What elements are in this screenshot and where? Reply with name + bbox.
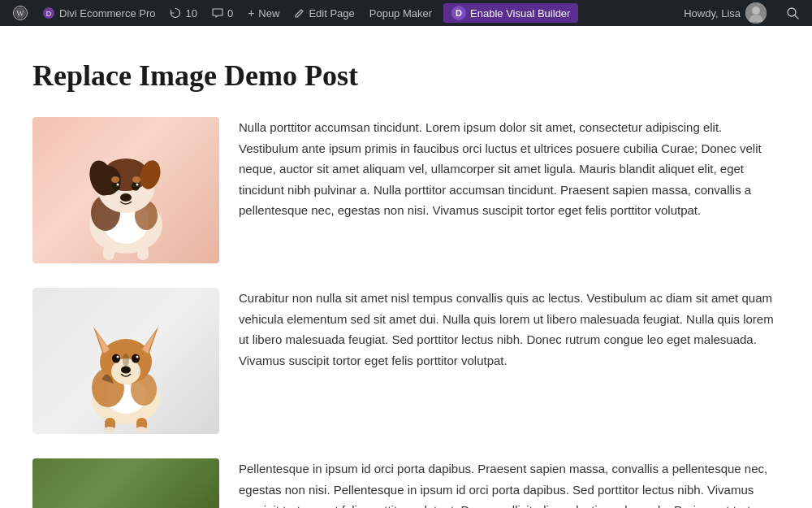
edit-icon — [294, 8, 304, 19]
svg-rect-22 — [103, 245, 114, 260]
enable-vb-label: Enable Visual Builder — [470, 7, 570, 20]
post-section-1: Nulla porttitor accumsan tincidunt. Lore… — [32, 117, 780, 263]
svg-point-35 — [136, 355, 139, 358]
dog-placeholder-2 — [32, 288, 219, 434]
comments-icon — [212, 7, 223, 19]
wp-logo-button[interactable]: W — [6, 0, 34, 26]
divi-site-icon: D — [42, 7, 55, 20]
post-image-3 — [32, 458, 219, 508]
search-button[interactable] — [780, 0, 806, 26]
edit-page-button[interactable]: Edit Page — [287, 0, 361, 26]
svg-text:D: D — [46, 10, 52, 18]
site-name-label: Divi Ecommerce Pro — [59, 7, 155, 20]
svg-point-34 — [117, 355, 119, 358]
new-label: New — [258, 7, 279, 20]
enable-visual-builder-button[interactable]: D Enable Visual Builder — [443, 3, 578, 23]
dog-placeholder-1 — [32, 117, 219, 263]
comments-button[interactable]: 0 — [205, 0, 240, 26]
user-avatar — [745, 2, 767, 24]
post-image-2 — [32, 288, 219, 434]
svg-point-5 — [752, 7, 760, 15]
new-plus-icon: + — [248, 7, 254, 20]
wp-logo-icon: W — [13, 6, 28, 20]
post-text-3: Pellentesque in ipsum id orci porta dapi… — [239, 458, 780, 508]
post-paragraph-3-1: Pellentesque in ipsum id orci porta dapi… — [239, 458, 780, 508]
post-paragraph-2-1: Curabitur non nulla sit amet nisl tempus… — [239, 288, 780, 371]
revisions-count: 10 — [185, 7, 197, 20]
svg-rect-23 — [137, 245, 149, 260]
popup-maker-label: Popup Maker — [369, 7, 432, 20]
site-name-button[interactable]: D Divi Ecommerce Pro — [36, 0, 162, 26]
svg-point-19 — [117, 183, 119, 185]
divi-d-icon: D — [451, 6, 466, 20]
post-image-1 — [32, 117, 219, 263]
svg-point-20 — [136, 183, 139, 185]
dog-placeholder-3 — [32, 458, 219, 508]
page-content: Replace Image Demo Post — [16, 26, 796, 508]
post-section-2: Curabitur non nulla sit amet nisl tempus… — [32, 288, 780, 434]
comments-count: 0 — [227, 7, 233, 20]
revisions-icon — [170, 7, 181, 19]
post-paragraph-1-1: Nulla porttitor accumsan tincidunt. Lore… — [239, 117, 780, 221]
svg-point-37 — [123, 354, 129, 367]
dog-2-svg — [45, 290, 207, 432]
edit-page-label: Edit Page — [309, 7, 354, 20]
admin-bar: W D Divi Ecommerce Pro 10 0 — [0, 0, 812, 26]
svg-point-32 — [112, 354, 120, 363]
svg-point-33 — [132, 354, 140, 363]
user-menu-button[interactable]: Howdy, Lisa — [677, 0, 773, 26]
svg-point-24 — [111, 176, 119, 183]
svg-line-7 — [795, 15, 798, 19]
svg-point-6 — [788, 8, 796, 16]
dog-1-svg — [45, 119, 207, 262]
svg-point-36 — [121, 366, 131, 373]
dog-3-svg — [45, 461, 207, 509]
svg-point-25 — [132, 176, 140, 183]
page-title: Replace Image Demo Post — [32, 59, 780, 93]
svg-point-17 — [112, 181, 120, 190]
svg-point-21 — [120, 193, 132, 202]
post-text-1: Nulla porttitor accumsan tincidunt. Lore… — [239, 117, 780, 221]
svg-text:W: W — [16, 9, 24, 18]
revisions-button[interactable]: 10 — [163, 0, 203, 26]
search-icon — [786, 7, 799, 20]
svg-point-18 — [132, 181, 140, 190]
post-section-3: Pellentesque in ipsum id orci porta dapi… — [32, 458, 780, 508]
new-button[interactable]: + New — [241, 0, 286, 26]
popup-maker-button[interactable]: Popup Maker — [363, 0, 438, 26]
post-text-2: Curabitur non nulla sit amet nisl tempus… — [239, 288, 780, 371]
howdy-label: Howdy, Lisa — [684, 7, 741, 20]
